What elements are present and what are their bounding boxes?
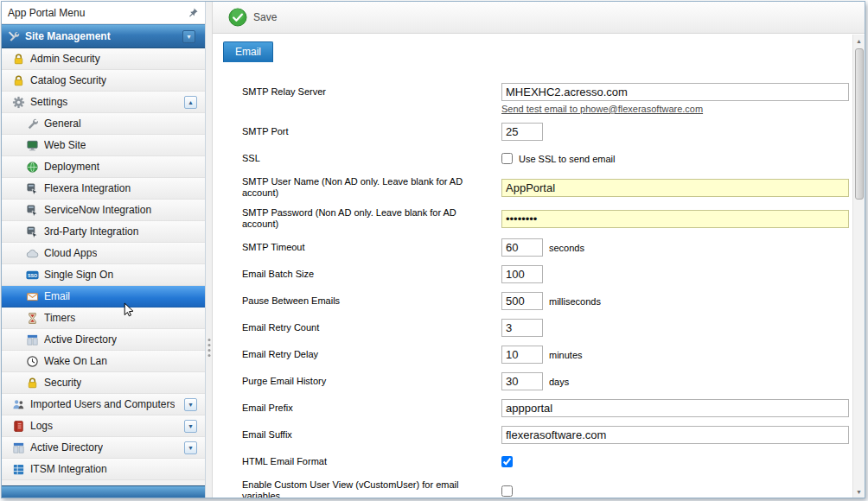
chevron-down-icon[interactable]: ▼ — [184, 441, 197, 454]
pin-icon[interactable] — [188, 7, 199, 18]
email-prefix-input[interactable] — [501, 399, 849, 417]
email-icon — [26, 290, 39, 303]
sidebar-item-itsm-integration[interactable]: ITSM Integration — [2, 459, 205, 480]
sidebar-item-3rd-party-integration[interactable]: 3rd-Party Integration — [2, 221, 205, 243]
monitor-icon — [26, 139, 39, 152]
form-row-email-retry-delay: Email Retry Delay minutes — [242, 346, 842, 364]
field-label: Email Suffix — [242, 429, 501, 441]
sidebar-item-label: Timers — [44, 312, 75, 324]
smtp-port-input[interactable] — [501, 123, 543, 141]
integration-icon — [26, 225, 39, 238]
gear-icon — [12, 96, 25, 109]
field-label: SMTP Timeout — [242, 242, 501, 253]
email-suffix-input[interactable] — [501, 426, 849, 444]
smtp-relay-server-input[interactable] — [501, 83, 849, 101]
scroll-down-icon[interactable]: ▼ — [853, 485, 865, 498]
sidebar-item-wake-on-lan[interactable]: Wake On Lan — [2, 351, 205, 372]
toolbar: Save — [213, 2, 865, 34]
email-batch-size-input[interactable] — [501, 265, 543, 283]
email-settings-form: SMTP Relay Server Send test email to pho… — [213, 62, 865, 498]
form-row-purge-email-history: Purge Email History days — [242, 372, 842, 390]
form-row-enable-custom-user-view: Enable Custom User View (vCustomUser) fo… — [242, 479, 842, 498]
vertical-scrollbar[interactable]: ▲ ▼ — [852, 35, 865, 498]
sidebar: App Portal Menu Site Management ▼ Admin … — [2, 2, 206, 498]
sidebar-item-timers[interactable]: Timers — [2, 308, 205, 329]
email-retry-count-input[interactable] — [501, 319, 543, 337]
sidebar-item-deployment[interactable]: Deployment — [2, 156, 205, 178]
scroll-up-icon[interactable]: ▲ — [853, 35, 865, 47]
purge-email-history-input[interactable] — [501, 372, 543, 390]
tools-icon — [7, 30, 20, 43]
sidebar-item-single-sign-on[interactable]: Single Sign On — [2, 264, 205, 286]
scrollbar-thumb[interactable] — [855, 48, 864, 200]
form-row-smtp-password: SMTP Password (Non AD only. Leave blank … — [242, 207, 842, 230]
sidebar-item-security[interactable]: Security — [2, 372, 205, 394]
app-window: App Portal Menu Site Management ▼ Admin … — [1, 1, 865, 498]
field-label: SMTP Port — [242, 126, 501, 137]
smtp-username-input[interactable] — [501, 179, 849, 197]
sidebar-group-site-management[interactable]: Site Management ▼ — [2, 24, 205, 48]
smtp-password-input[interactable] — [501, 210, 849, 228]
form-row-smtp-user-name: SMTP User Name (Non AD only. Leave blank… — [242, 176, 842, 199]
pause-between-emails-input[interactable] — [501, 292, 543, 310]
chevron-down-icon[interactable]: ▼ — [184, 420, 197, 433]
sidebar-item-imported-users-and-computers[interactable]: Imported Users and Computers ▼ — [2, 394, 205, 415]
sidebar-header: App Portal Menu — [2, 2, 205, 24]
sidebar-item-active-directory-settings[interactable]: Active Directory — [2, 329, 205, 351]
sidebar-item-settings[interactable]: Settings ▲ — [2, 92, 205, 113]
save-icon — [228, 8, 247, 27]
tab-email[interactable]: Email — [223, 41, 273, 62]
sidebar-item-label: Active Directory — [30, 441, 103, 453]
sidebar-item-cloud-apps[interactable]: Cloud Apps — [2, 243, 205, 264]
sidebar-item-label: Web Site — [44, 139, 86, 151]
enable-custom-user-view-checkbox[interactable] — [501, 485, 513, 497]
sidebar-item-flexera-integration[interactable]: Flexera Integration — [2, 178, 205, 200]
form-row-html-email-format: HTML Email Format — [242, 453, 842, 471]
sidebar-item-general[interactable]: General — [2, 113, 205, 135]
send-test-email-link[interactable]: Send test email to phowe@flexerasoftware… — [501, 104, 849, 114]
chevron-down-icon[interactable]: ▼ — [184, 398, 197, 411]
pane-splitter[interactable] — [206, 2, 213, 498]
sidebar-item-logs[interactable]: Logs ▼ — [2, 415, 205, 437]
integration-icon — [26, 182, 39, 195]
integration-icon — [26, 204, 39, 217]
chevron-down-icon[interactable]: ▼ — [182, 30, 195, 43]
sidebar-item-admin-security[interactable]: Admin Security — [2, 48, 205, 70]
lock-icon — [12, 74, 25, 87]
sidebar-item-servicenow-integration[interactable]: ServiceNow Integration — [2, 200, 205, 221]
save-button-label: Save — [253, 11, 277, 23]
field-label: HTML Email Format — [242, 456, 501, 467]
sso-icon — [26, 269, 39, 282]
unit-label: milliseconds — [549, 296, 601, 307]
lock-icon — [26, 377, 39, 390]
smtp-timeout-input[interactable] — [501, 238, 543, 257]
field-label: SMTP Relay Server — [242, 83, 501, 98]
sidebar-group-header-cutoff[interactable] — [2, 485, 205, 498]
wrench-icon — [26, 117, 39, 130]
sidebar-item-email[interactable]: Email — [2, 286, 205, 308]
sidebar-item-label: Deployment — [44, 161, 99, 173]
unit-label: seconds — [549, 243, 584, 253]
field-label: Pause Between Emails — [242, 295, 501, 307]
field-label: SMTP Password (Non AD only. Leave blank … — [242, 207, 501, 230]
email-retry-delay-input[interactable] — [501, 346, 543, 364]
sidebar-item-label: Email — [44, 290, 70, 302]
lock-icon — [12, 53, 25, 66]
tab-strip: Email — [213, 34, 865, 62]
field-label: Purge Email History — [242, 376, 501, 387]
sidebar-item-web-site[interactable]: Web Site — [2, 135, 205, 156]
save-button[interactable]: Save — [223, 6, 282, 29]
sidebar-item-label: Single Sign On — [44, 269, 113, 281]
collapse-icon[interactable]: ▲ — [184, 96, 197, 109]
use-ssl-checkbox[interactable] — [501, 153, 513, 164]
field-label: SMTP User Name (Non AD only. Leave blank… — [242, 176, 501, 199]
form-row-smtp-timeout: SMTP Timeout seconds — [242, 238, 842, 257]
field-label: Email Retry Count — [242, 322, 501, 333]
html-email-format-checkbox[interactable] — [501, 456, 513, 467]
form-row-email-retry-count: Email Retry Count — [242, 319, 842, 337]
form-row-smtp-relay-server: SMTP Relay Server Send test email to pho… — [242, 83, 842, 114]
sidebar-item-active-directory[interactable]: Active Directory ▼ — [2, 437, 205, 459]
sidebar-item-catalog-security[interactable]: Catalog Security — [2, 70, 205, 92]
sidebar-item-label: Wake On Lan — [44, 355, 107, 367]
sidebar-item-label: Flexera Integration — [44, 182, 131, 194]
